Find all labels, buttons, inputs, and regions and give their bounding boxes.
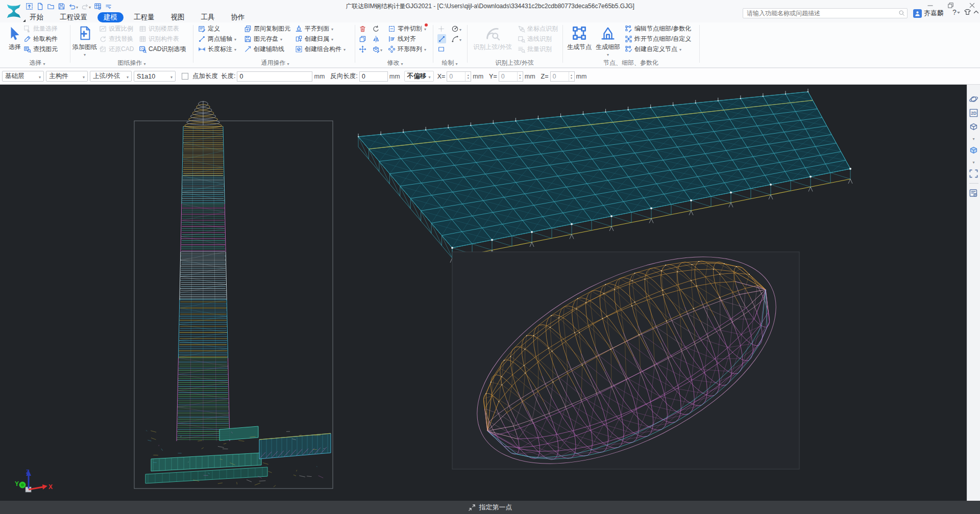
z-spinner[interactable] (569, 72, 574, 81)
rotate-icon (372, 25, 380, 33)
edit-node-detail-button[interactable]: 编辑节点细部/参数化 (625, 24, 691, 33)
2d-view-button[interactable]: 2D (968, 107, 979, 119)
member-type-select[interactable]: 主构件 (46, 71, 88, 82)
length-input[interactable] (237, 72, 312, 81)
tab-tools[interactable]: 工具 (195, 12, 221, 22)
publish-button[interactable] (24, 2, 34, 11)
save-button[interactable] (57, 2, 66, 11)
recognize-floor-table-button[interactable]: 识别楼层表 (139, 24, 186, 33)
line-align-button[interactable]: 线对齐 (388, 34, 426, 43)
minimize-button[interactable] (925, 1, 935, 9)
add-drawing-button[interactable]: 添加图纸 (71, 24, 98, 58)
model-roof-truss-wireframe[interactable] (358, 89, 852, 263)
circular-array-button[interactable]: 环形阵列 (388, 44, 426, 54)
x-spinner[interactable] (465, 72, 471, 81)
model-tower-wireframe[interactable] (134, 101, 333, 489)
z-input[interactable] (551, 72, 569, 81)
help-button[interactable]: ? (952, 8, 960, 16)
chord-type-select[interactable]: 上弦/外弦 (90, 71, 132, 82)
3d-shaded-view-button[interactable] (968, 144, 979, 156)
offset-mode-select[interactable]: 不偏移 (404, 71, 434, 82)
stretch-button[interactable] (372, 44, 382, 54)
copy-button[interactable] (359, 34, 366, 43)
collapse-ribbon-button[interactable] (973, 9, 979, 15)
batch-recognize-button[interactable]: 批量识别 (518, 44, 558, 54)
move-button[interactable] (359, 44, 366, 54)
redo-button[interactable] (80, 2, 92, 11)
tab-quantity[interactable]: 工程量 (128, 12, 161, 22)
draw-arc-button[interactable] (451, 34, 461, 43)
group-label-sheet[interactable]: 图纸操作 (117, 59, 145, 67)
move-icon (359, 45, 366, 53)
x-input[interactable] (447, 72, 465, 81)
model-viewport[interactable]: ZXY (0, 85, 980, 501)
undo-button[interactable] (67, 2, 79, 11)
tab-project-settings[interactable]: 工程设置 (54, 12, 93, 22)
customize-quick-access-button[interactable] (104, 2, 113, 11)
tab-modeling[interactable]: 建模 (97, 12, 124, 22)
coordinate-point-recognize-button[interactable]: 坐标点识别 (518, 24, 558, 33)
create-combined-member-button[interactable]: 创建组合构件 (295, 44, 346, 54)
select-tool-button[interactable]: 选择 (6, 24, 23, 50)
mirror-button[interactable] (372, 34, 382, 43)
recognize-chord-button[interactable]: 识别上弦/外弦 (470, 24, 516, 50)
set-scale-button[interactable]: 设置比例 (99, 24, 134, 33)
model-canvas[interactable]: ZXY (0, 85, 980, 501)
align-to-face-button[interactable]: 平齐到面 (295, 24, 346, 33)
reverse-length-input[interactable] (360, 72, 387, 81)
create-custom-node-button[interactable]: 创建自定义节点 (625, 44, 691, 54)
draw-line-button[interactable] (437, 34, 446, 43)
find-element-button[interactable]: 查找图元 (23, 44, 58, 54)
create-aux-line-button[interactable]: 创建辅助线 (244, 44, 290, 54)
length-dimension-button[interactable]: 长度标注 (198, 44, 236, 54)
find-replace-button[interactable]: 查找替换 (99, 34, 134, 43)
display-settings-button[interactable] (968, 187, 979, 199)
draw-circle-button[interactable] (451, 24, 461, 33)
y-spinner[interactable] (517, 72, 523, 81)
table-view-button[interactable] (93, 2, 103, 11)
create-belonging-button[interactable]: 创建归属 (295, 34, 346, 43)
new-file-button[interactable] (35, 2, 45, 11)
section-select[interactable]: S1a10 (134, 71, 176, 82)
restore-cad-button[interactable]: 还原CAD (99, 44, 134, 54)
cube-dropdown-icon[interactable] (972, 133, 974, 142)
generate-detail-button[interactable]: 生成细部 (594, 24, 622, 58)
rotate-button[interactable] (372, 24, 382, 33)
batch-select-button[interactable]: 批量选择 (23, 24, 58, 33)
tab-collaborate[interactable]: 协作 (225, 12, 251, 22)
orbit-view-button[interactable] (968, 93, 979, 105)
delete-button[interactable] (359, 24, 366, 33)
shaded-dropdown-icon[interactable] (972, 157, 974, 166)
zoom-extents-button[interactable] (968, 167, 979, 179)
open-file-button[interactable] (46, 2, 56, 11)
two-point-axis-button[interactable]: 两点辅轴 (198, 34, 236, 43)
user-account[interactable]: 齐嘉麟 (913, 9, 944, 18)
3d-wireframe-view-button[interactable] (968, 120, 979, 133)
tab-view[interactable]: 视图 (165, 12, 191, 22)
floor-select[interactable]: 基础层 (2, 71, 44, 82)
theme-skin-button[interactable] (964, 8, 972, 16)
generate-node-button[interactable]: 生成节点 (566, 24, 593, 50)
tab-start[interactable]: 开始 (23, 12, 50, 22)
group-label-draw[interactable]: 绘制 (442, 59, 457, 67)
draw-rectangle-button[interactable] (437, 44, 446, 54)
define-button[interactable]: 定义 (198, 24, 236, 33)
cad-recognize-options-button[interactable]: CADCAD识别选项 (139, 44, 186, 54)
app-logo[interactable] (4, 2, 23, 21)
copy-between-floors-button[interactable]: 层间复制图元 (244, 24, 290, 33)
search-input[interactable] (743, 8, 908, 18)
part-cut-button[interactable]: 零件切割 (388, 24, 426, 33)
group-label-modify[interactable]: 修改 (387, 59, 403, 67)
group-label-common[interactable]: 通用操作 (261, 59, 289, 67)
group-label-select[interactable]: 选择 (29, 59, 45, 67)
model-dome-wireframe[interactable] (445, 214, 808, 501)
recognize-member-table-button[interactable]: 识别构件表 (139, 34, 186, 43)
explode-node-detail-button[interactable]: 炸开节点细部/自定义 (625, 34, 691, 43)
add-length-checkbox[interactable] (182, 73, 188, 80)
y-input[interactable] (499, 72, 517, 81)
pick-member-button[interactable]: 拾取构件 (23, 34, 58, 43)
select-line-recognize-button[interactable]: 选线识别 (518, 34, 558, 43)
recognize-chord-label: 识别上弦/外弦 (473, 43, 511, 50)
save-element-button[interactable]: 图元存盘 (244, 34, 290, 43)
draw-point-button[interactable] (437, 24, 446, 33)
